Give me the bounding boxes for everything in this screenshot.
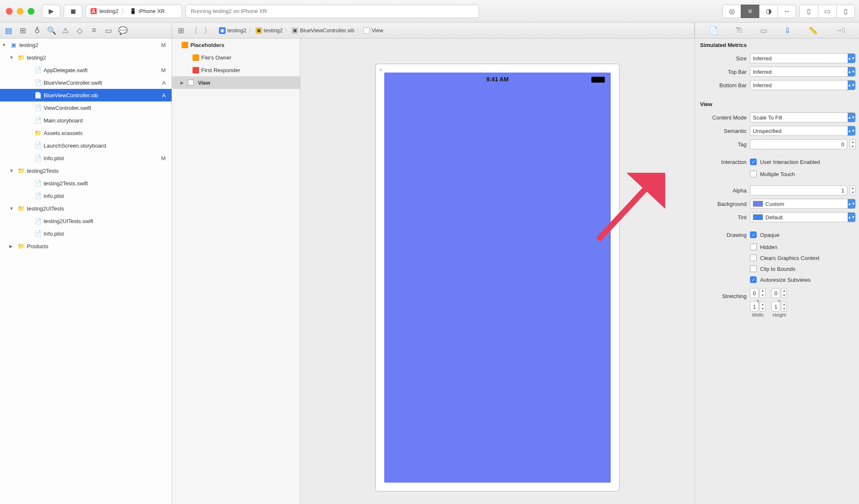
nav-file-item[interactable]: 📄Info.plist xyxy=(0,190,172,202)
background-color-select[interactable]: Custom▲▼ xyxy=(750,199,856,209)
nav-file-item[interactable]: 📄Main.storyboard xyxy=(0,114,172,127)
opaque-checkbox[interactable]: ✓ xyxy=(750,231,757,238)
autoresize-checkbox[interactable]: ✓ xyxy=(750,276,757,283)
nav-forward-icon[interactable]: 〉 xyxy=(203,26,212,36)
nav-item-label: Assets.xcassets xyxy=(44,130,83,136)
disclosure-triangle-icon[interactable]: ▶ xyxy=(9,244,15,249)
outline-item-label: File's Owner xyxy=(201,55,232,61)
nav-item-label: Products xyxy=(27,243,48,249)
connections-inspector-icon[interactable]: →⃝ xyxy=(835,26,846,35)
w-stepper[interactable]: ▲▼ xyxy=(760,301,765,312)
alpha-input[interactable]: 1 xyxy=(750,185,847,195)
file-inspector-icon[interactable]: 📄 xyxy=(709,26,718,35)
jump-bar[interactable]: ▣ testing2 〉 ▣ testing2 〉 ▣ BlueViewCont… xyxy=(216,27,386,34)
nav-group[interactable]: ▼ 📁 testing2UITests xyxy=(0,202,172,215)
contentmode-select[interactable]: Scale To Fill▲▼ xyxy=(750,112,856,122)
nav-file-item[interactable]: 📄AppDelegate.swiftM xyxy=(0,64,172,76)
outline-item-label: First Responder xyxy=(201,67,240,73)
disclosure-triangle-icon[interactable]: ▼ xyxy=(9,55,15,60)
nav-file-item[interactable]: 📁Assets.xcassets xyxy=(0,127,172,139)
top-toolbar: ▶ ◼ 🅰️ testing2 〉 📱 iPhone XR Running te… xyxy=(0,0,859,23)
nav-file-item[interactable]: 📄LaunchScreen.storyboard xyxy=(0,139,172,152)
minimize-window-button[interactable] xyxy=(17,8,23,15)
clears-context-checkbox[interactable] xyxy=(750,255,757,261)
tag-input[interactable]: 0 xyxy=(750,139,847,149)
version-editor-button[interactable]: ◑ xyxy=(759,5,778,18)
report-navigator-icon[interactable]: 💬 xyxy=(118,26,127,35)
assistant-editor-button[interactable]: ≡ xyxy=(741,5,759,18)
semantic-select[interactable]: Unspecified▲▼ xyxy=(750,126,856,136)
outline-files-owner[interactable]: 🟧 File's Owner xyxy=(172,51,300,64)
scm-badge: M xyxy=(161,67,166,73)
toggle-navigator-button[interactable]: ▯ xyxy=(799,5,818,18)
debug-navigator-icon[interactable]: ≡ xyxy=(90,26,98,35)
breakpoint-navigator-icon[interactable]: ▭ xyxy=(104,26,112,35)
project-navigator-icon[interactable]: ▤ xyxy=(4,26,13,35)
fullscreen-window-button[interactable] xyxy=(28,8,34,15)
interface-builder-canvas[interactable]: × 9:41 AM xyxy=(300,39,695,504)
close-window-button[interactable] xyxy=(6,8,13,15)
nav-file-item[interactable]: 📄BlueViewController.xibA xyxy=(0,89,172,101)
run-button[interactable]: ▶ xyxy=(42,5,60,18)
disclosure-triangle-icon[interactable]: ▼ xyxy=(9,168,15,173)
toggle-debug-area-button[interactable]: ▭ xyxy=(818,5,836,18)
related-items-icon[interactable]: ⊞ xyxy=(176,26,185,35)
nav-file-item[interactable]: 📄ViewController.swift xyxy=(0,101,172,114)
alpha-stepper[interactable]: ▲▼ xyxy=(850,185,856,195)
nav-root[interactable]: ▼ ▣ testing2 M xyxy=(0,39,172,51)
label: Top Bar xyxy=(698,69,747,75)
scheme-selector[interactable]: 🅰️ testing2 〉 📱 iPhone XR xyxy=(86,5,182,18)
source-control-navigator-icon[interactable]: ⊞ xyxy=(18,26,27,35)
stretching-y-input[interactable]: 0 xyxy=(771,288,780,298)
quick-help-inspector-icon[interactable]: ?⃝ xyxy=(735,26,742,35)
multiple-touch-checkbox[interactable] xyxy=(750,171,757,177)
find-navigator-icon[interactable]: 🔍 xyxy=(47,26,55,35)
stretching-x-input[interactable]: 0 xyxy=(750,288,759,298)
nav-file-item[interactable]: 📄testing2UITests.swift xyxy=(0,215,172,227)
outline-view-item[interactable]: ▶ View xyxy=(172,76,300,89)
section-title: View xyxy=(695,98,859,111)
x-stepper[interactable]: ▲▼ xyxy=(760,288,765,298)
nav-group[interactable]: ▼ 📁 testing2 xyxy=(0,51,172,64)
size-inspector-icon[interactable]: 📏 xyxy=(808,26,817,35)
clip-bounds-checkbox[interactable] xyxy=(750,265,757,272)
hidden-checkbox[interactable] xyxy=(750,244,757,250)
topbar-select[interactable]: Inferred▲▼ xyxy=(750,67,856,77)
root-view[interactable]: 9:41 AM xyxy=(384,73,611,483)
nav-file-item[interactable]: 📄testing2Tests.swift xyxy=(0,177,172,190)
file-icon: 📄 xyxy=(34,192,42,199)
nav-file-item[interactable]: 📄Info.plist xyxy=(0,227,172,240)
tint-color-select[interactable]: Default▲▼ xyxy=(750,212,856,222)
nav-products[interactable]: ▶ 📁 Products xyxy=(0,240,172,252)
stretching-width-input[interactable]: 1 xyxy=(750,301,759,312)
standard-editor-button[interactable]: ◎ xyxy=(722,5,741,18)
outline-header-label: Placeholders xyxy=(190,42,224,48)
nav-item-label: Main.storyboard xyxy=(44,117,83,124)
nav-file-item[interactable]: 📄BlueViewController.swiftA xyxy=(0,76,172,89)
nav-group[interactable]: ▼ 📁 testing2Tests xyxy=(0,164,172,177)
user-interaction-checkbox[interactable]: ✓ xyxy=(750,158,757,165)
bottombar-select[interactable]: Inferred▲▼ xyxy=(750,80,856,90)
test-navigator-icon[interactable]: ◇ xyxy=(75,26,84,35)
symbol-navigator-icon[interactable]: ♁ xyxy=(33,26,41,35)
nav-file-item[interactable]: 📄Info.plistM xyxy=(0,152,172,164)
issue-navigator-icon[interactable]: ⚠ xyxy=(61,26,70,35)
outline-first-responder[interactable]: 🟥 First Responder xyxy=(172,64,300,76)
stop-button[interactable]: ◼ xyxy=(64,5,82,18)
disclosure-triangle-icon[interactable]: ▼ xyxy=(2,42,8,47)
nav-back-icon[interactable]: 〈 xyxy=(190,26,199,36)
scene-close-icon[interactable]: × xyxy=(379,67,383,73)
y-stepper[interactable]: ▲▼ xyxy=(781,288,787,298)
identity-inspector-icon[interactable]: ▭ xyxy=(760,26,767,35)
attributes-inspector-icon[interactable]: ⇩ xyxy=(784,26,791,35)
disclosure-triangle-icon[interactable]: ▼ xyxy=(9,206,15,211)
size-select[interactable]: Inferred▲▼ xyxy=(750,53,856,63)
tag-stepper[interactable]: ▲▼ xyxy=(850,139,856,149)
disclosure-triangle-icon[interactable]: ▶ xyxy=(180,80,186,86)
editor-options-button[interactable]: ↔ xyxy=(778,5,796,18)
stretching-height-input[interactable]: 1 xyxy=(771,301,780,312)
outline-placeholders[interactable]: 🟧 Placeholders xyxy=(172,39,300,51)
toggle-inspector-button[interactable]: ▯ xyxy=(836,5,855,18)
device-frame[interactable]: × 9:41 AM xyxy=(375,64,620,491)
h-stepper[interactable]: ▲▼ xyxy=(781,301,787,312)
